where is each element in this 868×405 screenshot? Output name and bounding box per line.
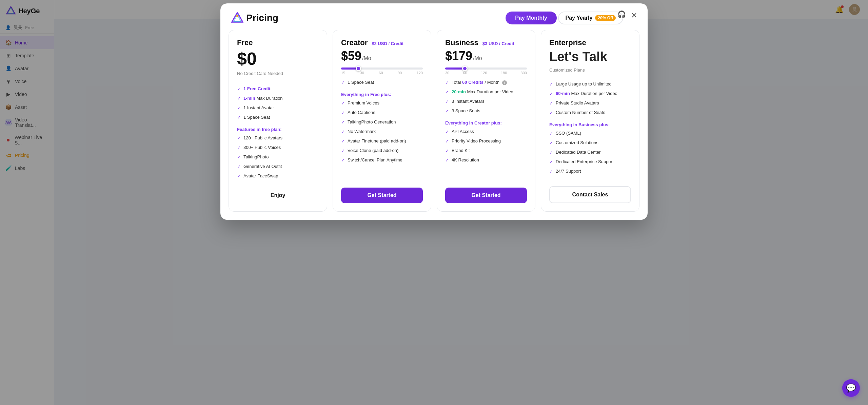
business-feature-avatars: ✓ 3 Instant Avatars: [445, 98, 527, 105]
free-plan-price: $0: [237, 50, 319, 68]
enterprise-cta: Contact Sales: [549, 181, 631, 203]
free-feature-ai-outfit: ✓ Generative AI Outfit: [237, 163, 319, 170]
pricing-cards: Free $0 No Credit Card Needed ✓ 1 Free C…: [220, 30, 648, 220]
business-slider-labels: 3060120180300: [445, 71, 527, 75]
credits-info-icon[interactable]: i: [502, 80, 507, 85]
modal-title: Pricing: [246, 13, 278, 23]
enterprise-plan-card: Enterprise Let's Talk Customized Plans ✓…: [541, 30, 639, 212]
check-icon-c1: ✓: [341, 80, 345, 85]
check-icon-7: ✓: [237, 155, 241, 160]
free-feature-seat: ✓ 1 Space Seat: [237, 114, 319, 121]
creator-feature-watermark: ✓ No Watermark: [341, 128, 423, 135]
close-button[interactable]: ✕: [629, 10, 639, 21]
creator-slider-labels: 15306090120: [341, 71, 423, 75]
modal-header: Pricing Pay Monthly Pay Yearly 20% Off 🎧…: [220, 3, 648, 30]
check-icon-b8: ✓: [445, 158, 449, 163]
modal-overlay[interactable]: Pricing Pay Monthly Pay Yearly 20% Off 🎧…: [0, 0, 868, 405]
enterprise-contact-sales-button[interactable]: Contact Sales: [549, 186, 631, 203]
billing-toggle: Pay Monthly Pay Yearly 20% Off: [506, 12, 623, 24]
business-plan-card: Business $3 USD / Credit $179 /Mo: [437, 30, 535, 212]
svg-point-4: [236, 15, 238, 17]
creator-feature-finetune: ✓ Avatar Finetune (paid add-on): [341, 138, 423, 144]
business-slider-thumb: [462, 66, 468, 71]
check-icon-2: ✓: [237, 96, 241, 101]
creator-get-started-button[interactable]: Get Started: [341, 188, 423, 203]
check-icon-e5: ✓: [549, 131, 553, 136]
enterprise-plan-subtitle: Customized Plans: [549, 68, 631, 73]
check-icon-e7: ✓: [549, 150, 553, 155]
check-icon-b4: ✓: [445, 109, 449, 114]
check-icon-e4: ✓: [549, 110, 553, 115]
business-credit-price: $3 USD / Credit: [482, 41, 514, 46]
creator-feature-cancel: ✓ Switch/Cancel Plan Anytime: [341, 157, 423, 163]
check-icon-4: ✓: [237, 115, 241, 120]
free-enjoy-button[interactable]: Enjoy: [237, 188, 319, 203]
pricing-modal: Pricing Pay Monthly Pay Yearly 20% Off 🎧…: [220, 3, 648, 220]
business-price-mo: /Mo: [473, 56, 482, 61]
enterprise-feature-datacenter: ✓ Dedicated Data Center: [549, 149, 631, 156]
enterprise-feature-studio: ✓ Private Studio Avatars: [549, 100, 631, 107]
enterprise-feature-seats: ✓ Custom Number of Seats: [549, 109, 631, 116]
creator-plan-card: Creator $2 USD / Credit $59 /Mo: [333, 30, 431, 212]
creator-feature-seat: ✓ 1 Space Seat: [341, 79, 423, 86]
check-icon-6: ✓: [237, 145, 241, 150]
business-price-dollar: $179: [445, 50, 472, 62]
business-slider-fill: [445, 68, 466, 70]
business-slider-track: [445, 68, 527, 70]
app-background: HeyGe 👤 曼曼 Free 🏠 Home ⊞ Template 👤 Avat…: [0, 0, 868, 405]
business-feature-seats: ✓ 3 Space Seats: [445, 108, 527, 114]
enterprise-plan-price: Let's Talk: [549, 50, 631, 64]
chat-bubble-button[interactable]: 💬: [842, 379, 860, 397]
enterprise-plan-name: Enterprise: [549, 38, 586, 47]
enterprise-features-section: Everything in Business plus:: [549, 122, 631, 127]
business-feature-4k: ✓ 4K Resolution: [445, 157, 527, 163]
enterprise-feature-sso: ✓ SSO (SAML): [549, 130, 631, 137]
creator-slider-thumb: [356, 66, 361, 71]
business-feature-brand: ✓ Brand Kit: [445, 147, 527, 154]
check-icon-3: ✓: [237, 105, 241, 111]
creator-feature-voices: ✓ Premium Voices: [341, 100, 423, 107]
creator-price-mo: /Mo: [362, 56, 371, 61]
check-icon-c7: ✓: [341, 148, 345, 153]
creator-plan-price: $59 /Mo: [341, 50, 423, 62]
creator-credit-price: $2 USD / Credit: [372, 41, 403, 46]
free-feature-avatar: ✓ 1 Instant Avatar: [237, 104, 319, 111]
check-icon-c8: ✓: [341, 158, 345, 163]
pay-monthly-button[interactable]: Pay Monthly: [506, 12, 556, 24]
check-icon-5: ✓: [237, 136, 241, 141]
support-button[interactable]: 🎧: [617, 10, 626, 18]
business-feature-duration: ✓ 20-min Max Duration per Video: [445, 89, 527, 95]
creator-credits-slider[interactable]: 15306090120: [341, 68, 423, 75]
check-icon-b7: ✓: [445, 148, 449, 153]
creator-features-section: Everything in Free plus:: [341, 92, 423, 97]
business-get-started-button[interactable]: Get Started: [445, 188, 527, 203]
creator-feature-talkingphoto: ✓ TalkingPhoto Generation: [341, 119, 423, 126]
modal-logo: Pricing: [231, 12, 278, 24]
check-icon-8: ✓: [237, 164, 241, 169]
free-feature-faceswap: ✓ Avatar FaceSwap: [237, 173, 319, 179]
enterprise-feature-solutions: ✓ Customized Solutions: [549, 139, 631, 146]
free-feature-public-avatars: ✓ 120+ Public Avatars: [237, 135, 319, 141]
creator-plan-name: Creator: [341, 38, 368, 47]
enterprise-feature-usage: ✓ Large Usage up to Unlimited: [549, 81, 631, 88]
business-credits-slider[interactable]: 3060120180300: [445, 68, 527, 75]
creator-slider-fill: [341, 68, 359, 70]
business-cta: Get Started: [445, 182, 527, 203]
check-icon-e3: ✓: [549, 101, 553, 106]
business-plan-price: $179 /Mo: [445, 50, 527, 62]
free-feature-duration: ✓ 1-min Max Duration: [237, 95, 319, 102]
check-icon-e8: ✓: [549, 159, 553, 165]
creator-price-dollar: $59: [341, 50, 361, 62]
pay-yearly-button[interactable]: Pay Yearly 20% Off: [558, 12, 623, 24]
creator-slider-track: [341, 68, 423, 70]
check-icon-b6: ✓: [445, 139, 449, 144]
check-icon-1: ✓: [237, 86, 241, 92]
creator-feature-voice-clone: ✓ Voice Clone (paid add-on): [341, 147, 423, 154]
free-feature-talkingphoto: ✓ TalkingPhoto: [237, 154, 319, 160]
check-icon-b2: ✓: [445, 90, 449, 95]
free-plan-name: Free: [237, 38, 253, 47]
check-icon-b1: ✓: [445, 80, 449, 85]
business-feature-credits: ✓ Total 60 Credits / Month i: [445, 79, 527, 86]
check-icon-e9: ✓: [549, 169, 553, 174]
enterprise-feature-duration: ✓ 60-min Max Duration per Video: [549, 90, 631, 97]
